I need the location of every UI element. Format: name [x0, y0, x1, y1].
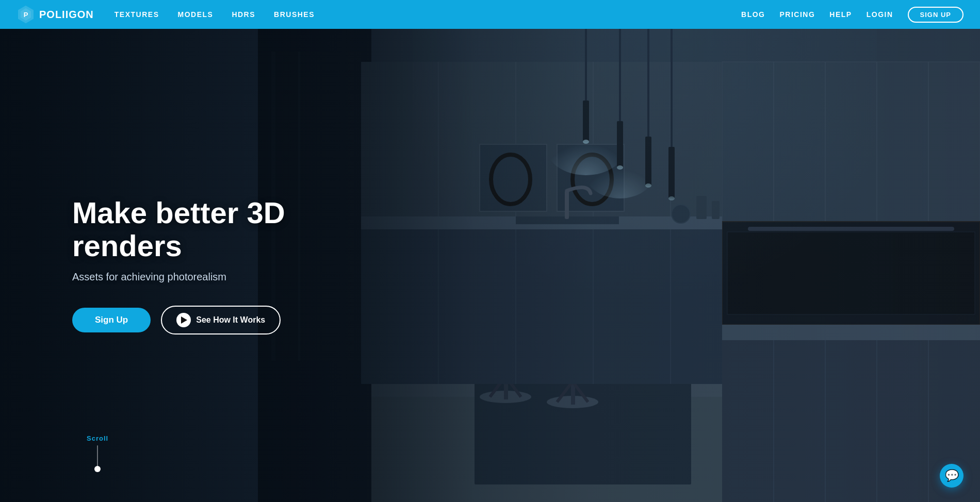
chat-icon: 💬 [945, 469, 959, 482]
scroll-indicator: Scroll [87, 434, 108, 471]
nav-textures[interactable]: TEXTURES [115, 10, 159, 19]
logo[interactable]: P POLIIGON [17, 5, 94, 24]
chat-button[interactable]: 💬 [940, 464, 963, 488]
nav-help[interactable]: HELP [829, 10, 852, 19]
hero-title: Make better 3D renders [72, 196, 392, 262]
nav-blog[interactable]: BLOG [741, 10, 765, 19]
nav-pricing[interactable]: PRICING [780, 10, 815, 19]
nav-brushes[interactable]: BRUSHES [274, 10, 315, 19]
logo-text: POLIIGON [39, 9, 94, 21]
play-icon [176, 313, 191, 327]
how-it-works-button[interactable]: See How It Works [161, 306, 281, 334]
how-it-works-label: See How It Works [196, 315, 265, 325]
nav-login[interactable]: LOGIN [867, 10, 893, 19]
nav-signup-button[interactable]: SIGN UP [908, 7, 963, 23]
play-triangle [181, 316, 187, 324]
nav-hdrs[interactable]: HDRS [232, 10, 255, 19]
scroll-line [97, 445, 98, 471]
scroll-dot [94, 466, 101, 472]
hero-subtitle: Assets for achieving photorealism [72, 271, 392, 283]
nav-models[interactable]: MODELS [177, 10, 213, 19]
svg-text:P: P [24, 11, 28, 19]
hero-signup-button[interactable]: Sign Up [72, 308, 151, 332]
scroll-label: Scroll [87, 434, 108, 442]
